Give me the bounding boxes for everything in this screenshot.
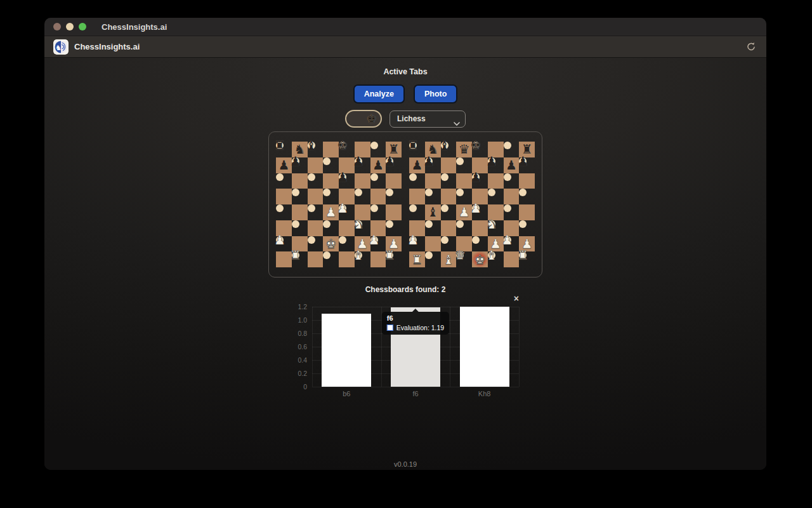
bar-Kh8[interactable] — [460, 307, 509, 387]
square-d7 — [323, 157, 331, 165]
black-pawn-piece: ♟ — [486, 155, 497, 168]
square-g2: ♟ — [504, 236, 511, 244]
square-c8: ♝ — [441, 142, 449, 149]
analyze-tab-button[interactable]: Analyze — [353, 84, 405, 104]
chart-gridline-h — [312, 387, 519, 387]
white-pawn-piece: ♟ — [407, 234, 419, 246]
boards-found-status: Chessboards found: 2 — [365, 285, 446, 294]
square-c8: ♝ — [308, 142, 315, 149]
chart-gridline-v — [519, 307, 520, 387]
square-h4 — [519, 204, 535, 220]
square-h4 — [386, 204, 402, 220]
black-pawn-piece: ♟ — [411, 159, 422, 171]
square-h1: ♜ — [386, 251, 393, 259]
black-pawn-piece: ♟ — [372, 159, 384, 171]
black-pawn-piece: ♟ — [517, 155, 528, 168]
x-axis-label-b6: b6 — [327, 390, 365, 398]
white-rook-piece: ♜ — [384, 249, 395, 262]
y-axis-tick-label: 1.0 — [291, 316, 307, 324]
square-b6 — [425, 173, 441, 189]
title-bar: ChessInsights.ai — [44, 18, 766, 36]
close-window-button[interactable] — [53, 23, 61, 30]
square-f6 — [488, 173, 504, 189]
chessboard-1: ♜♞♝♚♜♟♟♟♟♟♟♟♟♞♟♚♟♟♟♜♝♜ — [276, 142, 402, 267]
square-h6 — [519, 173, 535, 189]
window-title: ChessInsights.ai — [102, 22, 167, 32]
white-knight-piece: ♞ — [486, 218, 497, 231]
square-c7 — [308, 157, 324, 173]
chart-gridline-v — [450, 307, 450, 387]
square-f3: ♞ — [488, 220, 495, 228]
square-g5 — [504, 189, 520, 204]
tooltip-row: Evaluation: 1.19 — [387, 324, 444, 331]
black-king-piece: ♚ — [470, 139, 481, 152]
square-e4: ♟ — [339, 204, 346, 212]
square-e4: ♟ — [472, 204, 480, 212]
white-pawn-piece: ♟ — [274, 234, 285, 246]
black-rook-piece: ♜ — [274, 139, 285, 152]
square-c6 — [441, 173, 449, 181]
app-window: ChessInsights.ai ♞ ChessInsights.ai — [44, 18, 766, 470]
square-d3 — [323, 220, 331, 228]
app-toolbar: ♞ ChessInsights.ai — [44, 36, 766, 58]
zoom-window-button[interactable] — [79, 23, 86, 30]
square-c5 — [441, 189, 457, 204]
white-pawn-piece: ♟ — [502, 234, 513, 246]
source-select[interactable]: Lichess — [390, 110, 466, 128]
square-b3 — [292, 220, 299, 228]
square-b6 — [292, 173, 308, 189]
black-bishop-piece: ♝ — [427, 206, 438, 218]
square-e2 — [339, 236, 346, 244]
traffic-lights — [53, 23, 86, 30]
controls-row: ♚ Lichess — [345, 110, 466, 128]
square-b7: ♟ — [425, 157, 433, 165]
y-axis-tick-label: 0.8 — [291, 330, 307, 337]
white-rook-piece: ♜ — [411, 253, 422, 266]
white-pawn-piece: ♟ — [470, 202, 481, 215]
square-g4 — [370, 204, 378, 212]
square-f1: ♝ — [488, 251, 495, 259]
y-axis-tick-label: 1.2 — [291, 303, 307, 311]
square-a2: ♟ — [276, 236, 284, 244]
square-f6 — [355, 173, 370, 189]
square-c2 — [308, 236, 315, 244]
white-pawn-piece: ♟ — [459, 206, 470, 218]
black-pawn-piece: ♟ — [278, 159, 289, 171]
square-b1: ♜ — [292, 251, 299, 259]
white-king-piece: ♚ — [474, 253, 485, 266]
square-a1: ♜ — [409, 251, 425, 267]
white-rook-piece: ♜ — [290, 249, 301, 262]
white-rook-piece: ♜ — [517, 249, 528, 262]
square-d7 — [456, 157, 464, 165]
black-pawn-piece: ♟ — [423, 155, 435, 168]
square-b7: ♟ — [292, 157, 299, 165]
square-f7: ♟ — [488, 157, 495, 165]
chessboard-2: ♜♞♝♛♚♜♟♟♟♟♟♟♝♟♟♞♟♟♟♟♜♝♛♚♝♜ — [409, 142, 535, 267]
minimize-window-button[interactable] — [66, 23, 74, 30]
square-h5 — [519, 189, 527, 196]
refresh-button[interactable] — [745, 41, 757, 53]
bar-b6[interactable] — [322, 314, 371, 387]
piece-color-toggle[interactable]: ♚ — [345, 110, 382, 128]
square-c4 — [441, 204, 449, 212]
square-g8 — [504, 142, 511, 149]
square-g5 — [370, 189, 386, 204]
close-chart-button[interactable]: × — [514, 294, 519, 303]
square-a5 — [409, 189, 425, 204]
photo-tab-button[interactable]: Photo — [414, 84, 457, 104]
square-a4 — [276, 204, 284, 212]
tooltip-series-swatch — [387, 324, 393, 331]
refresh-icon — [746, 42, 756, 52]
y-axis-tick-label: 0 — [291, 383, 307, 391]
square-a2: ♟ — [409, 236, 417, 244]
square-a4 — [409, 204, 417, 212]
white-pawn-piece: ♟ — [337, 202, 348, 215]
square-d3 — [456, 220, 464, 228]
evaluation-bar-chart: × f6 Evaluation: 1.19 00.20.40.60.81.01.… — [291, 297, 520, 397]
square-g8 — [370, 142, 378, 149]
square-f5 — [488, 189, 495, 196]
white-king-piece: ♚ — [325, 237, 337, 250]
svg-text:♞: ♞ — [55, 43, 62, 51]
square-c2 — [441, 236, 449, 244]
white-knight-piece: ♞ — [353, 218, 364, 231]
